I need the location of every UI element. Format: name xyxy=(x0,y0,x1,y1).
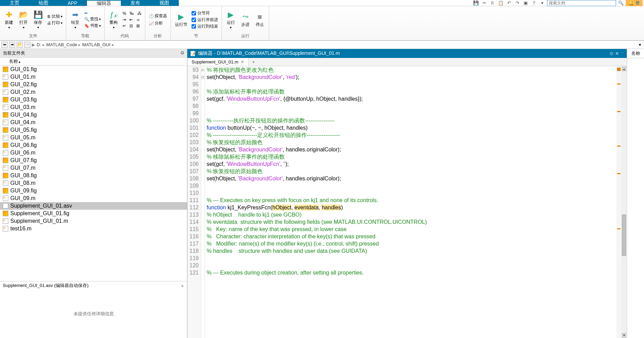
path-segment[interactable]: MATLAB_GUI xyxy=(82,42,110,47)
fold-icon[interactable]: ⊟ xyxy=(128,23,134,29)
code-line[interactable]: % 恢复按钮的原始颜色 xyxy=(207,168,614,175)
dock-icon[interactable]: ⊙ xyxy=(609,51,614,56)
code-line[interactable]: set(gcf, 'WindowButtonUpFcn', {@buttonUp… xyxy=(207,95,614,102)
redo-icon[interactable]: ↷ xyxy=(514,0,521,7)
code-line[interactable]: % Modifier: name(s) of the modifier key(… xyxy=(207,240,614,247)
code-line[interactable] xyxy=(207,189,614,197)
forward-button[interactable]: ➡ xyxy=(9,42,15,48)
code-line[interactable] xyxy=(207,255,614,262)
file-item[interactable]: GUI_05.m xyxy=(0,134,187,141)
scrollbar-vertical[interactable]: ▴ ▾ xyxy=(621,66,627,338)
file-item[interactable]: GUI_05.fig xyxy=(0,126,187,134)
marker-icon[interactable] xyxy=(617,228,621,229)
path-segment[interactable]: MATLAB_Code xyxy=(46,42,77,47)
file-item[interactable]: GUI_06.fig xyxy=(0,141,187,149)
compare-button[interactable]: 🗎比较▾ xyxy=(46,13,64,20)
code-line[interactable]: function kj1_KeyPressFcn(hObject, eventd… xyxy=(207,204,614,211)
open-button[interactable]: 📂打开▾ xyxy=(17,7,30,32)
menu-tab-4[interactable]: 发布 xyxy=(121,0,150,6)
file-item[interactable]: Supplement_GUI_01.asv xyxy=(0,202,187,210)
fold-column[interactable]: ⊟⊟ xyxy=(201,66,205,338)
code-line[interactable]: % -----------执行松开按钮后的操作的函数--------------… xyxy=(207,117,614,124)
marker-bar[interactable] xyxy=(616,66,621,338)
code-line[interactable] xyxy=(207,110,614,117)
code-line[interactable]: % hObject handle to kj1 (see GCBO) xyxy=(207,211,614,218)
code-line[interactable] xyxy=(207,81,614,88)
nav-back-button[interactable]: ⬅ xyxy=(83,10,102,16)
new-button[interactable]: ✚新建▾ xyxy=(2,7,16,32)
help-icon[interactable]: ? xyxy=(530,0,537,7)
menu-tab-0[interactable]: 主页 xyxy=(0,0,29,6)
find-button[interactable]: 🔍查找▾ xyxy=(83,16,102,22)
save-button[interactable]: 💾保存▾ xyxy=(31,7,45,32)
workspace-name-header[interactable]: 名称 xyxy=(627,49,644,58)
uncomment-icon[interactable]: ⁂ xyxy=(136,11,143,16)
switch-windows-icon[interactable]: ▣ xyxy=(522,0,529,7)
paste-icon[interactable]: 📋 xyxy=(497,0,504,7)
save-icon[interactable]: 💾 xyxy=(472,0,479,7)
code-line[interactable]: set(gcf, 'WindowButtonUpFcn', ''); xyxy=(207,160,614,168)
run-button[interactable]: ▶运行▾ xyxy=(224,7,238,32)
run-advance-check[interactable]: 运行并前进 xyxy=(190,17,219,23)
wrap-icon[interactable]: ↵ xyxy=(121,23,127,29)
scroll-up-button[interactable]: ▴ xyxy=(622,67,626,71)
code-line[interactable]: % --- Executes during object creation, a… xyxy=(207,269,614,276)
file-list-header[interactable]: 名称 ▴ xyxy=(0,58,187,66)
code-line[interactable]: % eventdata structure with the following… xyxy=(207,218,614,226)
file-item[interactable]: GUI_03.m xyxy=(0,103,187,111)
file-item[interactable]: GUI_01.m xyxy=(0,73,187,81)
file-item[interactable]: GUI_01.fig xyxy=(0,66,187,73)
browse-button[interactable]: ⋯ xyxy=(24,42,30,48)
code-line[interactable] xyxy=(207,262,614,269)
menu-tab-1[interactable]: 绘图 xyxy=(29,0,58,6)
code-line[interactable]: % Character: character interpretation of… xyxy=(207,233,614,240)
goto-button[interactable]: ➡转至▾ xyxy=(68,7,82,32)
menu-tab-5[interactable]: 视图 xyxy=(150,0,179,6)
file-item[interactable]: GUI_04.fig xyxy=(0,111,187,119)
print-button[interactable]: 🖨打印▾ xyxy=(46,20,64,26)
outdent-icon[interactable]: ⇤ xyxy=(128,17,134,22)
undo-icon[interactable]: ↶ xyxy=(506,0,513,7)
search-icon[interactable]: 🔍 xyxy=(617,0,624,7)
file-item[interactable]: GUI_03.fig xyxy=(0,96,187,103)
marker-icon[interactable] xyxy=(617,173,621,174)
code-line[interactable]: % 移除鼠标松开事件的处理函数 xyxy=(207,153,614,160)
file-item[interactable]: test16.m xyxy=(0,225,187,232)
file-item[interactable]: GUI_09.m xyxy=(0,195,187,202)
indent-icon[interactable]: ⇥ xyxy=(121,17,127,22)
code-line[interactable]: % 将按钮的颜色更改为红色 xyxy=(207,66,614,73)
marker-icon[interactable] xyxy=(617,83,621,84)
file-item[interactable]: GUI_02.fig xyxy=(0,81,187,88)
file-item[interactable]: Supplement_GUI_01.m xyxy=(0,217,187,225)
more-icon[interactable]: ⋯ xyxy=(621,51,624,56)
menu-tab-3[interactable]: 编辑器 xyxy=(87,0,121,6)
code-line[interactable]: set(hObject, 'BackgroundColor', handles.… xyxy=(207,175,614,182)
smart-indent-icon[interactable]: ⟛ xyxy=(135,17,142,22)
bookmark-button[interactable]: 🔖书签▾ xyxy=(83,22,102,29)
code-line[interactable]: % --- Executes on key press with focus o… xyxy=(207,197,614,204)
analyze-button[interactable]: 📈分析 xyxy=(147,20,168,27)
code-lines[interactable]: % 将按钮的颜色更改为红色set(hObject, 'BackgroundCol… xyxy=(205,66,616,338)
file-item[interactable]: GUI_04.m xyxy=(0,119,187,126)
run-to-end-check[interactable]: 运行到结束 xyxy=(190,23,219,30)
step-button[interactable]: ⤳步进 xyxy=(238,7,252,32)
comment-percent-icon[interactable]: % xyxy=(121,11,128,16)
code-line[interactable] xyxy=(207,102,614,110)
file-item[interactable]: GUI_07.fig xyxy=(0,157,187,164)
file-item[interactable]: GUI_08.fig xyxy=(0,172,187,179)
unfold-icon[interactable]: ⊞ xyxy=(135,23,141,29)
profiler-button[interactable]: 🕐探查器 xyxy=(147,13,168,19)
code-area[interactable]: 9394959697989910010110210310410510610710… xyxy=(187,66,627,338)
code-line[interactable]: % 添加鼠标松开事件的处理函数 xyxy=(207,88,614,95)
file-item[interactable]: GUI_02.m xyxy=(0,88,187,96)
file-item[interactable]: GUI_06.m xyxy=(0,149,187,157)
code-line[interactable]: set(hObject, 'BackgroundColor', 'red'); xyxy=(207,73,614,81)
search-input[interactable] xyxy=(547,0,616,6)
copy-icon[interactable]: ⎘ xyxy=(489,0,496,7)
stop-button[interactable]: ■停止 xyxy=(253,7,267,32)
path-segment[interactable]: D: xyxy=(37,42,41,47)
cut-icon[interactable]: ✂ xyxy=(481,0,488,7)
marker-icon[interactable] xyxy=(617,146,621,147)
close-editor-icon[interactable]: ✕ xyxy=(615,51,619,56)
path-dropdown[interactable]: ▾ xyxy=(637,42,643,48)
